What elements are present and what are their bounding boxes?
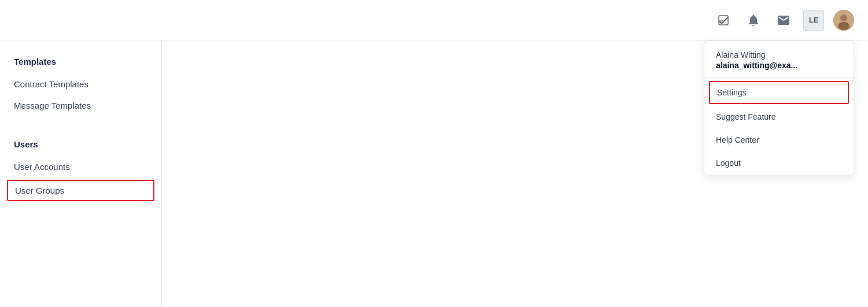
task-icon[interactable] [713,10,734,31]
dropdown-item-settings[interactable]: Settings [709,81,849,104]
dropdown-user-email: alaina_witting@exa... [716,61,842,70]
user-dropdown: Alaina Witting alaina_witting@exa... Set… [704,40,854,175]
mail-icon[interactable] [773,10,794,31]
templates-section-heading: Templates [0,52,161,73]
bell-icon[interactable] [743,10,764,31]
svg-point-2 [840,14,847,21]
dropdown-item-help-center[interactable]: Help Center [704,128,854,151]
sidebar-item-contract-templates[interactable]: Contract Templates [0,73,161,95]
sidebar-item-user-accounts[interactable]: User Accounts [0,156,161,177]
svg-rect-0 [719,16,728,25]
sidebar-item-message-templates[interactable]: Message Templates [0,95,161,116]
sidebar-item-user-groups[interactable]: User Groups [7,180,154,201]
users-section-heading: Users [0,135,161,156]
dropdown-item-logout[interactable]: Logout [704,151,854,175]
header: LE [0,0,868,40]
main-area: Templates Contract Templates Message Tem… [0,40,868,307]
svg-point-3 [838,22,849,30]
avatar-initials[interactable]: LE [803,10,824,31]
dropdown-user-section: Alaina Witting alaina_witting@exa... [704,41,854,77]
sidebar: Templates Contract Templates Message Tem… [0,40,162,307]
avatar-photo[interactable] [833,10,854,31]
dropdown-item-suggest-feature[interactable]: Suggest Feature [704,105,854,128]
dropdown-user-name: Alaina Witting [716,50,842,60]
section-gap [0,116,161,130]
